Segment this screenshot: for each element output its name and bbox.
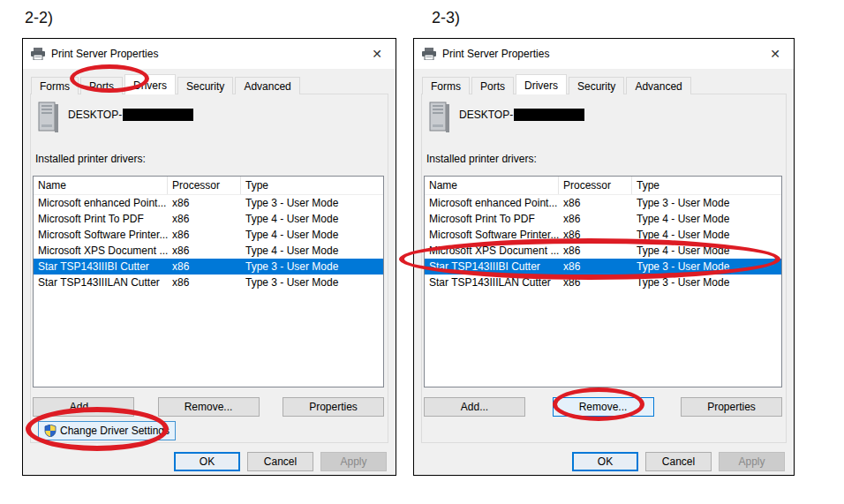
driver-row[interactable]: Microsoft Print To PDF x86 Type 4 - User… [34,211,383,227]
shield-icon [44,425,57,437]
driver-row[interactable]: Star TSP143IIILAN Cutter x86 Type 3 - Us… [34,275,383,290]
driver-row[interactable]: Microsoft Print To PDF x86 Type 4 - User… [425,211,781,227]
tab-forms[interactable]: Forms [31,77,79,94]
list-buttons-row: Add... Remove... Properties [424,397,782,417]
ok-button[interactable]: OK [572,452,638,471]
add-button[interactable]: Add... [424,397,525,417]
tab-strip: Forms Ports Drivers Security Advanced [31,74,302,94]
server-row: DESKTOP- [36,102,193,121]
server-name: DESKTOP- [68,109,193,121]
driver-row-selected[interactable]: Star TSP143IIIBI Cutter x86 Type 3 - Use… [34,259,383,275]
installed-drivers-label: Installed printer drivers: [426,153,537,165]
cancel-button[interactable]: Cancel [247,452,313,471]
server-row: DESKTOP- [427,102,584,121]
driver-row[interactable]: Microsoft Software Printer... x86 Type 4… [425,227,781,243]
column-header-processor[interactable]: Processor [168,177,241,194]
server-name: DESKTOP- [459,109,584,121]
print-server-properties-window: Print Server Properties ✕ Forms Ports Dr… [413,38,795,476]
redacted-server-name [514,109,584,121]
column-header-name[interactable]: Name [425,177,559,194]
tab-advanced[interactable]: Advanced [626,77,690,94]
driver-row[interactable]: Microsoft enhanced Point... x86 Type 3 -… [34,195,383,211]
printer-icon [422,48,436,60]
title-bar: Print Server Properties ✕ [414,39,794,69]
driver-row[interactable]: Microsoft enhanced Point... x86 Type 3 -… [425,195,781,211]
installed-drivers-label: Installed printer drivers: [35,153,146,165]
remove-button[interactable]: Remove... [158,397,260,417]
column-header-type[interactable]: Type [241,177,383,194]
list-header: Name Processor Type [425,177,781,195]
list-buttons-row: Add... Remove... Properties [33,397,384,417]
dialog-footer: OK Cancel Apply [174,452,387,471]
remove-button[interactable]: Remove... [553,397,654,417]
column-header-type[interactable]: Type [632,177,781,194]
drivers-tab-panel: DESKTOP- Installed printer drivers: Name… [30,94,388,443]
tab-drivers[interactable]: Drivers [124,74,176,94]
tab-advanced[interactable]: Advanced [235,77,299,94]
ok-button[interactable]: OK [174,452,240,471]
driver-row[interactable]: Star TSP143IIILAN Cutter x86 Type 3 - Us… [425,275,781,290]
cancel-button[interactable]: Cancel [645,452,712,471]
print-server-properties-window: Print Server Properties ✕ Forms Ports Dr… [22,38,396,476]
tab-strip: Forms Ports Drivers Security Advanced [422,74,693,94]
tab-drivers[interactable]: Drivers [516,74,567,94]
change-driver-settings-button[interactable]: Change Driver Settings [38,421,176,440]
window-title: Print Server Properties [442,48,757,60]
tab-forms[interactable]: Forms [422,77,470,94]
column-header-processor[interactable]: Processor [559,177,632,194]
driver-row[interactable]: Microsoft XPS Document ... x86 Type 4 - … [425,243,781,259]
tab-security[interactable]: Security [569,77,624,94]
drivers-tab-panel: DESKTOP- Installed printer drivers: Name… [421,94,787,443]
close-icon[interactable]: ✕ [757,39,794,69]
figure-label-2-3: 2-3) [432,9,460,27]
properties-button[interactable]: Properties [283,397,384,417]
tab-ports[interactable]: Ports [80,77,123,94]
redacted-server-name [123,109,193,121]
apply-button[interactable]: Apply [719,452,785,471]
tab-ports[interactable]: Ports [471,77,514,94]
tab-security[interactable]: Security [177,77,233,94]
column-header-name[interactable]: Name [34,177,168,194]
add-button[interactable]: Add... [33,397,134,417]
title-bar: Print Server Properties ✕ [23,39,396,69]
installed-drivers-list[interactable]: Name Processor Type Microsoft enhanced P… [424,176,782,387]
apply-button[interactable]: Apply [320,452,387,471]
computer-icon [36,102,60,132]
close-icon[interactable]: ✕ [358,39,396,69]
driver-row-selected[interactable]: Star TSP143IIIBI Cutter x86 Type 3 - Use… [425,259,781,275]
figure-label-2-2: 2-2) [25,9,53,27]
printer-icon [31,48,45,60]
properties-button[interactable]: Properties [681,397,782,417]
list-header: Name Processor Type [34,177,383,195]
installed-drivers-list[interactable]: Name Processor Type Microsoft enhanced P… [33,176,384,387]
driver-row[interactable]: Microsoft XPS Document ... x86 Type 4 - … [34,243,383,259]
computer-icon [427,102,451,132]
dialog-footer: OK Cancel Apply [572,452,785,471]
driver-row[interactable]: Microsoft Software Printer... x86 Type 4… [34,227,383,243]
window-title: Print Server Properties [51,48,358,60]
